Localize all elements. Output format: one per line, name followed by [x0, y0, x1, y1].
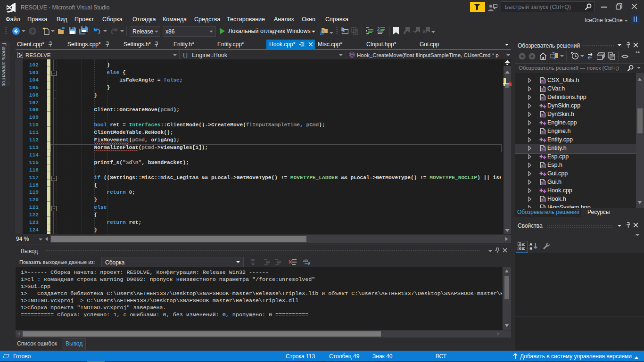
- svg-text:h: h: [542, 182, 544, 185]
- svg-text:h: h: [542, 165, 544, 168]
- svg-text:h: h: [542, 80, 544, 83]
- svg-text:ab: ab: [303, 258, 308, 263]
- svg-text:Я: Я: [529, 247, 532, 251]
- svg-text:h: h: [542, 148, 544, 151]
- svg-text:А: А: [529, 242, 532, 247]
- svg-text:h: h: [542, 114, 544, 117]
- svg-text:2: 2: [377, 27, 380, 32]
- svg-text:h: h: [542, 131, 544, 134]
- svg-text:h: h: [542, 97, 544, 100]
- svg-text:h: h: [542, 199, 544, 202]
- svg-text:h: h: [542, 89, 544, 92]
